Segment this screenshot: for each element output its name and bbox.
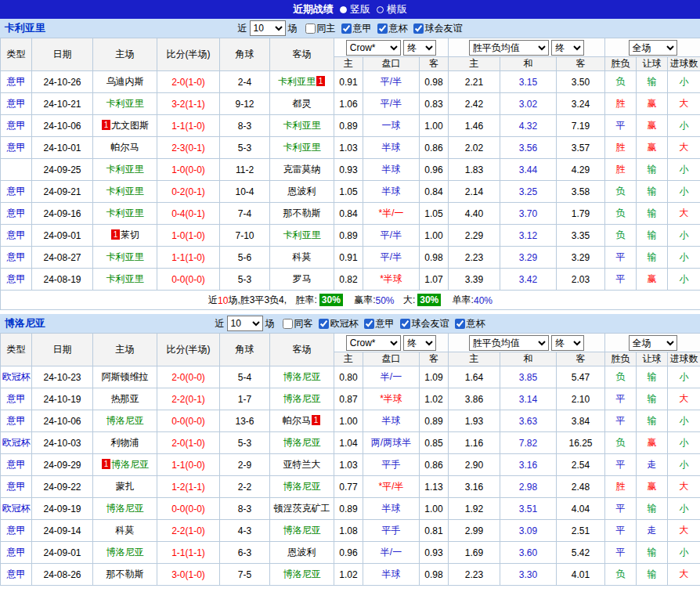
filter-意杯[interactable]: 意杯 — [377, 22, 408, 35]
avg-odds-select[interactable]: 胜平负均值 — [469, 40, 549, 56]
cell-handicap-result: 输 — [637, 542, 668, 564]
cell-date: 24-09-16 — [32, 203, 93, 225]
cell-handicap-result: 输 — [637, 498, 668, 520]
scope-header-cell: 全场 — [605, 334, 700, 352]
avg-odds-select[interactable]: 胜平负均值 — [469, 335, 549, 351]
scope-select[interactable]: 全场 — [629, 40, 677, 56]
col-header-home: 主场 — [93, 334, 157, 366]
cell-date: 24-10-19 — [32, 388, 93, 410]
cell-avg-away: 3.24 — [557, 93, 605, 115]
filter-controls: 近 10 场 同客欧冠杯意甲球会友谊意杯 — [0, 314, 700, 333]
filter-checkbox[interactable] — [413, 23, 424, 34]
subcol-handicap-result: 让球 — [637, 57, 668, 71]
cell-avg-away: 5.42 — [557, 542, 605, 564]
cell-avg-away: 3.58 — [557, 181, 605, 203]
cell-odds-away: 1.09 — [420, 366, 449, 388]
view-option-vertical[interactable]: 竖版 — [340, 2, 370, 16]
radio-unselected-icon[interactable] — [377, 6, 384, 13]
cell-competition: 意甲 — [1, 203, 32, 225]
match-row: 欧冠杯24-10-03利物浦2-0(1-0)5-3博洛尼亚1.04两/两球半0.… — [1, 432, 700, 454]
match-count-select[interactable]: 10 — [250, 20, 286, 36]
cell-corners: 5-6 — [220, 247, 270, 269]
cell-away-team: 卡利亚里 — [270, 225, 334, 247]
cell-avg-draw: 3.09 — [500, 520, 557, 542]
cell-odds-home: 1.04 — [334, 432, 363, 454]
scope-select[interactable]: 全场 — [629, 335, 677, 351]
filter-欧冠杯[interactable]: 欧冠杯 — [319, 317, 359, 330]
filter-checkbox[interactable] — [455, 319, 465, 329]
cell-home-team: 博洛尼亚 — [93, 410, 157, 432]
odds-time-select[interactable]: 终 — [403, 335, 436, 351]
cell-odds-home: 0.91 — [334, 71, 363, 93]
bookmaker-select[interactable]: Crow* — [346, 335, 401, 351]
avg-time-select[interactable]: 终 — [551, 335, 584, 351]
filter-checkbox[interactable] — [364, 319, 374, 329]
filter-checkbox[interactable] — [400, 319, 410, 329]
filter-checkbox-label: 球会友谊 — [425, 22, 463, 35]
col-header-away: 客场 — [270, 334, 334, 366]
cell-handicap-result: 赢 — [637, 432, 668, 454]
cell-goals: 大 — [668, 476, 700, 498]
filter-意甲[interactable]: 意甲 — [341, 22, 372, 35]
team-name: 博洛尼亚 — [111, 459, 149, 470]
filter-意甲[interactable]: 意甲 — [364, 317, 395, 330]
cell-corners: 11-2 — [220, 159, 270, 181]
match-row: 意甲24-10-06博洛尼亚0-0(0-0)13-6帕尔马11.00半球0.89… — [1, 410, 700, 432]
cell-handicap-result: 赢 — [637, 137, 668, 159]
cell-corners: 8-3 — [220, 115, 270, 137]
avg-time-select[interactable]: 终 — [551, 40, 584, 56]
subcol-handicap: 盘口 — [363, 352, 420, 366]
cell-away-team: 顿涅茨克矿工 — [270, 498, 334, 520]
radio-selected-icon[interactable] — [340, 6, 347, 13]
cell-odds-home: 0.77 — [334, 476, 363, 498]
team-name: 博洛尼亚 — [283, 481, 321, 492]
cell-corners: 7-4 — [220, 203, 270, 225]
filter-checkbox[interactable] — [283, 319, 293, 329]
filter-同客[interactable]: 同客 — [283, 317, 313, 330]
filter-球会友谊[interactable]: 球会友谊 — [413, 22, 463, 35]
cell-score: 0-2(0-1) — [157, 181, 220, 203]
cell-avg-away: 4.29 — [557, 159, 605, 181]
cell-handicap: 半球 — [363, 137, 420, 159]
cell-corners: 5-3 — [220, 269, 270, 291]
cell-goals: 小 — [668, 498, 700, 520]
team-name: 博洛尼亚 — [283, 371, 321, 382]
cell-date: 24-08-26 — [32, 564, 93, 586]
filter-checkbox[interactable] — [305, 23, 316, 34]
subcol-odds-home: 主 — [334, 57, 363, 71]
filter-checkbox[interactable] — [377, 23, 388, 34]
subcol-odds-away: 客 — [420, 352, 449, 366]
filter-checkbox-label: 意杯 — [467, 317, 485, 330]
cell-away-team: 卡利亚里 — [270, 137, 334, 159]
filter-球会友谊[interactable]: 球会友谊 — [400, 317, 449, 330]
match-count-select[interactable]: 10 — [227, 316, 263, 331]
bookmaker-select[interactable]: Crow* — [346, 40, 401, 56]
cell-odds-away: 1.07 — [420, 269, 449, 291]
cell-avg-away: 2.10 — [557, 388, 605, 410]
cell-avg-away: 3.57 — [557, 137, 605, 159]
single-rate-label: 单率: — [453, 294, 474, 305]
cell-avg-away: 3.50 — [557, 71, 605, 93]
filter-意杯[interactable]: 意杯 — [455, 317, 485, 330]
cell-odds-home: 1.02 — [334, 564, 363, 586]
big-rate-label: 大: — [403, 294, 415, 305]
col-header-home: 主场 — [93, 38, 157, 71]
cell-competition: 意甲 — [1, 410, 32, 432]
cell-corners: 6-3 — [220, 542, 270, 564]
cell-score: 1-0(0-0) — [157, 159, 220, 181]
filter-checkbox[interactable] — [341, 23, 352, 34]
filter-同主[interactable]: 同主 — [305, 22, 336, 35]
cell-result: 平 — [605, 388, 637, 410]
cell-date: 24-10-03 — [32, 432, 93, 454]
subcol-odds-away: 客 — [420, 57, 449, 71]
filter-checkbox[interactable] — [319, 319, 329, 329]
scope-header-cell: 全场 — [605, 38, 700, 57]
cell-result: 负 — [605, 203, 637, 225]
cell-avg-draw: 3.63 — [500, 410, 557, 432]
odds-time-select[interactable]: 终 — [403, 40, 436, 56]
cell-avg-away: 4.01 — [557, 564, 605, 586]
cell-avg-home: 2.29 — [449, 225, 500, 247]
cell-home-team: 利物浦 — [93, 432, 157, 454]
view-option-horizontal[interactable]: 横版 — [377, 2, 407, 16]
col-header-type: 类型 — [1, 38, 32, 71]
